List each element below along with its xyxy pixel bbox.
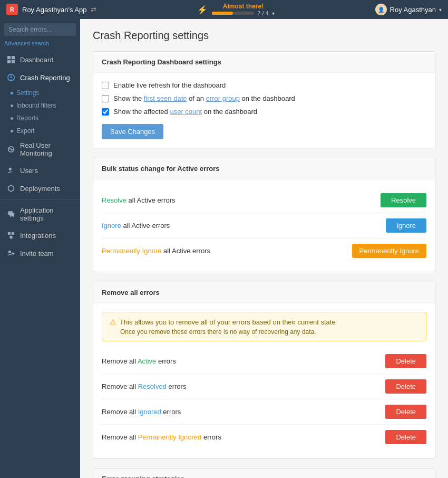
bulk-row-resolve: Resolve all Active errors Resolve (102, 188, 426, 213)
remove-perm-ignored-label: Remove all Permanently Ignored errors (102, 433, 221, 441)
progress-fill (212, 12, 233, 15)
perm-ignore-link[interactable]: Permanently Ignore (102, 247, 161, 255)
bulk-row-perm-ignore: Permanently Ignore all Active errors Per… (102, 238, 426, 263)
sidebar-dashboard-label: Dashboard (20, 56, 54, 64)
sidebar-item-inbound-filters[interactable]: Inbound filters (0, 99, 80, 112)
delete-resolved-button[interactable]: Delete (385, 379, 426, 394)
save-changes-button[interactable]: Save Changes (102, 124, 163, 139)
advanced-search-link[interactable]: Advanced search (0, 40, 80, 51)
search-input[interactable] (4, 23, 76, 36)
perm-ignore-button[interactable]: Permanently Ignore (352, 244, 426, 258)
dashboard-settings-section: Crash Reporting Dashboard settings Enabl… (93, 51, 435, 148)
active-link[interactable]: Active (138, 357, 156, 365)
resolve-link[interactable]: Resolve (102, 196, 126, 204)
user-count-checkbox[interactable] (102, 108, 109, 116)
delete-ignored-button[interactable]: Delete (385, 405, 426, 419)
sidebar-item-settings[interactable]: Settings (0, 87, 80, 99)
svg-rect-3 (12, 60, 15, 63)
sidebar-rum-label: Real User Monitoring (20, 141, 74, 157)
app-name: Roy Agasthyan's App (22, 6, 86, 14)
sidebar-item-users[interactable]: Users (0, 161, 80, 179)
sidebar-item-deployments[interactable]: Deployments (0, 179, 80, 197)
checkbox-row-1: Enable live refresh for the dashboard (102, 81, 426, 89)
sidebar-crash-reporting-label: Crash Reporting (20, 74, 70, 82)
bulk-status-section: Bulk status change for Active errors Res… (93, 158, 435, 272)
sidebar-app-settings-label: Application settings (20, 206, 74, 222)
topbar-right: 👤 Roy Agasthyan ▾ (375, 4, 442, 15)
sidebar-item-integrations[interactable]: Integrations (0, 226, 80, 244)
gear-icon (6, 209, 16, 219)
sidebar-item-reports[interactable]: Reports (0, 112, 80, 125)
bulk-status-header: Bulk status change for Active errors (93, 158, 435, 179)
remove-errors-body: ⚠ This allows you to remove all of your … (93, 303, 435, 458)
sidebar-item-crash-reporting[interactable]: Crash Reporting (0, 69, 80, 87)
topbar-left: R Roy Agasthyan's App ⇄ (6, 4, 96, 15)
warning-sub-text: Once you remove these errors there is no… (110, 328, 418, 336)
remove-ignored-row: Remove all Ignored errors Delete (102, 399, 426, 425)
delete-active-button[interactable]: Delete (385, 354, 426, 368)
perm-ignored-link[interactable]: Permanently Ignored (138, 433, 202, 441)
crash-reporting-icon (6, 73, 16, 82)
resolve-button[interactable]: Resolve (381, 193, 426, 207)
sub-dot-export (11, 130, 13, 132)
ignore-link[interactable]: Ignore (102, 222, 121, 230)
dashboard-settings-header: Crash Reporting Dashboard settings (93, 52, 435, 73)
progress-area: Almost there! 2 / 4 ▾ (212, 3, 274, 16)
user-count-label: Show the affected user count on the dash… (113, 108, 257, 116)
delete-perm-ignored-button[interactable]: Delete (385, 430, 426, 444)
sub-dot-reports (11, 117, 13, 120)
bulk-ignore-label: Ignore all Active errors (102, 222, 170, 230)
warning-title: ⚠ This allows you to remove all of your … (110, 318, 418, 326)
svg-point-12 (8, 251, 11, 253)
first-seen-checkbox[interactable] (102, 95, 109, 102)
remove-errors-header: Remove all errors (93, 282, 435, 303)
live-refresh-label: Enable live refresh for the dashboard (113, 81, 226, 89)
bulk-perm-ignore-label: Permanently Ignore all Active errors (102, 247, 210, 255)
dashboard-settings-body: Enable live refresh for the dashboard Sh… (93, 73, 435, 148)
svg-rect-2 (7, 60, 11, 63)
sidebar-item-rum[interactable]: Real User Monitoring (0, 137, 80, 161)
remove-active-label: Remove all Active errors (102, 357, 176, 365)
error-grouping-header: Error grouping strategies (93, 469, 435, 478)
bulk-perm-ignore-text: all Active errors (163, 247, 210, 255)
share-icon[interactable]: ⇄ (91, 6, 96, 14)
remove-active-row: Remove all Active errors Delete (102, 349, 426, 374)
bulk-row-ignore: Ignore all Active errors Ignore (102, 213, 426, 238)
first-seen-link[interactable]: first seen date (144, 94, 187, 102)
bulk-resolve-label: Resolve all Active errors (102, 196, 175, 204)
progress-text: 2 / 4 (257, 10, 268, 16)
svg-point-8 (9, 168, 12, 170)
topbar-center: ⚡ Almost there! 2 / 4 ▾ (197, 3, 274, 16)
sidebar-item-export[interactable]: Export (0, 125, 80, 137)
svg-rect-9 (8, 232, 11, 235)
user-dropdown-icon[interactable]: ▾ (439, 7, 442, 13)
sidebar: Advanced search Dashboard Crash Reportin… (0, 19, 80, 478)
error-grouping-section: Error grouping strategies i To find out … (93, 468, 435, 478)
warning-title-text: This allows you to remove all of your er… (120, 318, 336, 326)
svg-rect-0 (7, 56, 11, 59)
remove-errors-section: Remove all errors ⚠ This allows you to r… (93, 282, 435, 458)
dashboard-icon (6, 55, 16, 64)
svg-point-6 (11, 79, 12, 80)
live-refresh-checkbox[interactable] (102, 82, 109, 89)
search-area (0, 19, 80, 40)
username: Roy Agasthyan (390, 6, 436, 14)
sidebar-item-invite-team[interactable]: Invite team (0, 244, 80, 262)
sidebar-export-label: Export (16, 127, 35, 135)
error-group-link[interactable]: error group (206, 94, 240, 102)
sidebar-reports-label: Reports (16, 114, 38, 122)
ignore-button[interactable]: Ignore (386, 218, 426, 233)
sidebar-item-dashboard[interactable]: Dashboard (0, 51, 80, 69)
sidebar-item-app-settings[interactable]: Application settings (0, 202, 80, 226)
ignored-link[interactable]: Ignored (138, 408, 161, 416)
sidebar-inbound-label: Inbound filters (16, 102, 56, 109)
checkbox-row-3: Show the affected user count on the dash… (102, 108, 426, 116)
bolt-icon: ⚡ (197, 5, 208, 15)
user-count-link[interactable]: user count (170, 108, 202, 116)
remove-resolved-row: Remove all Resolved errors Delete (102, 374, 426, 399)
svg-rect-1 (12, 56, 15, 59)
svg-rect-10 (12, 232, 14, 235)
warning-box: ⚠ This allows you to remove all of your … (102, 312, 426, 341)
resolved-link[interactable]: Resolved (138, 383, 167, 390)
progress-dropdown-icon[interactable]: ▾ (272, 11, 275, 16)
